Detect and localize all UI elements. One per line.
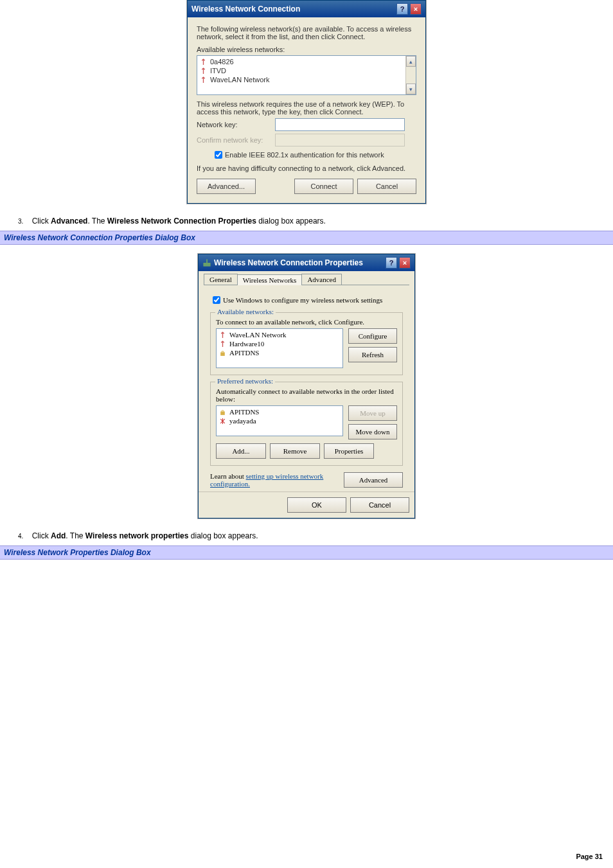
window-title: Wireless Network Connection Properties <box>214 258 384 267</box>
svg-rect-1 <box>220 352 225 356</box>
wireless-properties-dialog: Wireless Network Connection Properties ?… <box>198 254 415 518</box>
preferred-list[interactable]: APITDNS yadayada <box>216 405 343 436</box>
available-list[interactable]: WaveLAN Network Hardware10 APITDNS <box>216 328 343 368</box>
list-item: WaveLAN Network <box>219 330 340 339</box>
movedown-button[interactable]: Move down <box>348 424 397 439</box>
tab-general[interactable]: General <box>204 274 238 285</box>
advanced-button[interactable]: Advanced... <box>197 179 256 194</box>
refresh-button[interactable]: Refresh <box>348 347 397 362</box>
svg-rect-2 <box>220 411 225 415</box>
available-networks-list[interactable]: 0a4826 ITVD WaveLAN Network ▴ ▾ <box>197 55 416 95</box>
remove-button[interactable]: Remove <box>270 443 320 459</box>
step-3: 3. Click Advanced. The Wireless Network … <box>18 217 613 226</box>
list-item: APITDNS <box>219 407 340 416</box>
preferred-hint: Automatically connect to available netwo… <box>216 387 397 403</box>
difficulty-text: If you are having difficulty connecting … <box>197 164 416 172</box>
close-icon[interactable]: × <box>410 3 422 15</box>
tab-strip: General Wireless Networks Advanced <box>204 274 409 285</box>
ok-button[interactable]: OK <box>287 497 346 513</box>
scroll-down-icon[interactable]: ▾ <box>406 84 416 94</box>
titlebar: Wireless Network Connection Properties ?… <box>199 254 414 271</box>
wireless-connection-dialog: Wireless Network Connection ? × The foll… <box>187 0 426 204</box>
antenna-icon <box>200 67 207 75</box>
section-heading-bar: Wireless Network Connection Properties D… <box>0 231 613 245</box>
configure-button[interactable]: Configure <box>348 328 397 344</box>
enable-8021x-label: Enable IEEE 802.1x authentication for th… <box>225 151 384 159</box>
list-item: yadayada <box>219 416 340 425</box>
antenna-x-icon <box>219 418 226 425</box>
titlebar: Wireless Network Connection ? × <box>188 1 425 17</box>
confirm-key-input <box>275 134 405 146</box>
list-item: WaveLAN Network <box>200 75 404 84</box>
wep-note: This wireless network requires the use o… <box>197 100 416 116</box>
padlock-icon <box>219 350 226 357</box>
network-key-label: Network key: <box>197 121 275 128</box>
learn-text: Learn about setting up wireless network … <box>210 472 337 488</box>
available-networks-group: Available networks: To connect to an ava… <box>210 312 403 375</box>
preferred-networks-group: Preferred networks: Automatically connec… <box>210 382 403 466</box>
available-label: Available wireless networks: <box>197 46 416 53</box>
intro-text: The following wireless network(s) are av… <box>197 25 416 40</box>
advanced-button[interactable]: Advanced <box>344 472 403 488</box>
cancel-button[interactable]: Cancel <box>357 179 416 194</box>
scrollbar[interactable]: ▴ ▾ <box>405 56 416 94</box>
network-key-input[interactable] <box>275 118 405 131</box>
help-icon[interactable]: ? <box>396 3 408 15</box>
window-title: Wireless Network Connection <box>191 4 395 13</box>
close-icon[interactable]: × <box>399 257 411 269</box>
scroll-up-icon[interactable]: ▴ <box>406 56 416 67</box>
use-windows-checkbox[interactable] <box>213 296 220 304</box>
section-heading-bar: Wireless Network Properties Dialog Box <box>0 545 613 560</box>
tab-wireless-networks[interactable]: Wireless Networks <box>237 274 303 285</box>
antenna-icon <box>200 76 207 84</box>
cancel-button[interactable]: Cancel <box>350 497 409 513</box>
available-hint: To connect to an available network, clic… <box>216 318 397 326</box>
connect-button[interactable]: Connect <box>294 179 353 194</box>
properties-button[interactable]: Properties <box>324 443 374 459</box>
confirm-key-label: Confirm network key: <box>197 136 275 144</box>
list-item: APITDNS <box>219 348 340 357</box>
add-button[interactable]: Add... <box>216 443 266 459</box>
antenna-icon <box>219 341 226 348</box>
use-windows-label: Use Windows to configure my wireless net… <box>223 296 382 304</box>
antenna-icon <box>200 58 207 66</box>
padlock-icon <box>219 409 226 416</box>
list-item: 0a4826 <box>200 57 404 66</box>
enable-8021x-checkbox[interactable] <box>215 151 222 159</box>
adapter-icon <box>202 258 211 267</box>
help-icon[interactable]: ? <box>386 257 397 269</box>
moveup-button[interactable]: Move up <box>348 405 397 421</box>
list-item: Hardware10 <box>219 339 340 348</box>
svg-rect-0 <box>203 263 210 267</box>
step-4: 4. Click Add. The Wireless network prope… <box>18 531 613 540</box>
page-footer: Page 31 <box>576 853 603 860</box>
antenna-icon <box>219 332 226 339</box>
tab-advanced[interactable]: Advanced <box>301 274 342 285</box>
list-item: ITVD <box>200 66 404 75</box>
